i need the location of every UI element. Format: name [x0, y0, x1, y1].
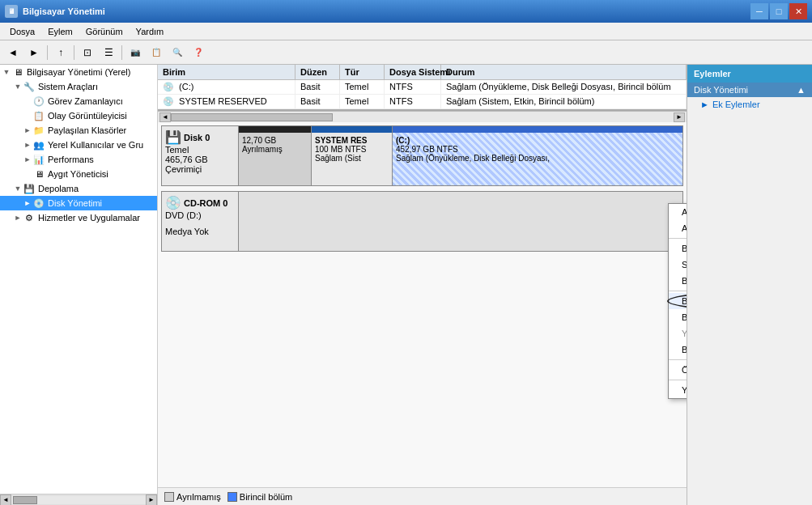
- th-tur[interactable]: Tür: [340, 65, 385, 79]
- up-button[interactable]: ↑: [51, 44, 70, 62]
- hscroll-thumb[interactable]: [171, 113, 333, 121]
- content-area: Birim Düzen Tür Dosya Sistemi Durum 💿 (C…: [158, 65, 687, 505]
- sidebar-hscroll[interactable]: ◄ ►: [0, 494, 157, 505]
- ctx-yardim[interactable]: Yardım: [669, 382, 687, 398]
- sidebar: ▼ 🖥 Bilgisayar Yönetimi (Yerel) ▼ 🔧 Sist…: [0, 65, 158, 494]
- scroll-thumb[interactable]: [13, 496, 37, 504]
- ctx-etkin[interactable]: Bölümü Etkin Olarak İşaretle: [669, 240, 687, 257]
- td-durum-c: Sağlam (Önyükleme, Disk Belleği Dosyası,…: [441, 80, 687, 94]
- legend-birincil: Birincil bölüm: [227, 492, 292, 502]
- menu-eylem[interactable]: Eylem: [41, 25, 79, 38]
- show-hide-button[interactable]: ⊡: [78, 44, 97, 62]
- sidebar-item-root[interactable]: ▼ 🖥 Bilgisayar Yönetimi (Yerel): [0, 65, 157, 79]
- td-durum-sys: Sağlam (Sistem, Etkin, Birincil bölüm): [441, 95, 687, 108]
- sidebar-label-aygit: Aygıt Yöneticisi: [48, 169, 108, 179]
- sidebar-label-olay: Olay Görüntüleyicisi: [48, 111, 127, 121]
- snap-button[interactable]: 📷: [125, 44, 145, 62]
- expand-icon: ▼: [13, 82, 23, 91]
- cdrom-0-block: 💿 CD-ROM 0 DVD (D:) Medya Yok: [161, 191, 683, 252]
- toolbar-sep-2: [74, 45, 74, 60]
- toolbar: ◄ ► ↑ ⊡ ☰ 📷 📋 🔍 ❓: [0, 40, 812, 65]
- sidebar-item-hizmet[interactable]: ► ⚙ Hizmetler ve Uygulamalar: [0, 210, 157, 225]
- th-birim[interactable]: Birim: [158, 65, 295, 79]
- eylem-ek[interactable]: ► Ek Eylemler: [687, 97, 812, 112]
- window-title: Bilgisayar Yönetimi: [23, 6, 105, 16]
- cdrive-label: (C:): [396, 136, 679, 145]
- ctx-ozellikler[interactable]: Özellikler: [669, 362, 687, 378]
- hscroll-left[interactable]: ◄: [159, 112, 171, 122]
- forward-button[interactable]: ►: [24, 44, 44, 62]
- sidebar-item-yerel[interactable]: ► 👥 Yerel Kullanıcılar ve Gru: [0, 138, 157, 152]
- ctx-kucult[interactable]: Birimi Küçült...: [669, 309, 687, 325]
- disk-0-status: Çevrimiçi: [165, 164, 235, 174]
- chart-icon: 📊: [32, 154, 45, 165]
- sidebar-item-paylasilan[interactable]: ► 📁 Paylaşılan Klasörler: [0, 123, 157, 138]
- cdrive-status: Sağlam (Önyükleme, Disk Belleği Dosyası,: [396, 154, 679, 163]
- menu-gorunum[interactable]: Görünüm: [79, 25, 130, 38]
- partition-unallocated[interactable]: 12,70 GB Ayrılmamış: [239, 126, 312, 185]
- unalloc-header: [239, 126, 311, 133]
- minimize-button[interactable]: ─: [750, 3, 768, 19]
- menu-dosya[interactable]: Dosya: [3, 25, 41, 38]
- expand-icon-leaf: ▼: [23, 96, 32, 106]
- view-button[interactable]: ☰: [99, 44, 118, 62]
- toolbar-sep-1: [47, 45, 48, 60]
- ctx-ac[interactable]: Aç: [669, 204, 687, 220]
- sidebar-item-performans[interactable]: ► 📊 Performans: [0, 152, 157, 167]
- sidebar-item-gorev[interactable]: ▼ 🕐 Görev Zamanlayıcı: [0, 94, 157, 108]
- close-button[interactable]: ✕: [789, 3, 807, 19]
- ctx-arastir[interactable]: Araştır: [669, 220, 687, 236]
- sidebar-label-hizmet: Hizmetler ve Uygulamalar: [38, 213, 140, 223]
- maximize-button[interactable]: □: [770, 3, 788, 19]
- sidebar-item-aygit[interactable]: ▼ 🖥 Aygıt Yöneticisi: [0, 167, 157, 181]
- legend-box-birincil: [227, 492, 237, 502]
- settings-button[interactable]: 🔍: [168, 44, 187, 62]
- ctx-genislet-label: Birimi Genişlet...: [682, 296, 687, 306]
- right-panel: Eylemler Disk Yönetimi ▲ ► Ek Eylemler: [687, 65, 812, 505]
- cdrom-0-label: 💿 CD-ROM 0 DVD (D:) Medya Yok: [162, 192, 239, 251]
- eylem-section-disk[interactable]: Disk Yönetimi ▲: [687, 83, 812, 97]
- ctx-sep-1: [669, 238, 687, 239]
- ctx-genislet[interactable]: Birimi Genişlet...: [669, 293, 687, 309]
- sidebar-label-depolama: Depolama: [38, 184, 79, 193]
- ctx-sil[interactable]: Birim Sil...: [669, 342, 687, 358]
- table-row[interactable]: 💿 (C:) Basit Temel NTFS Sağlam (Önyüklem…: [158, 80, 687, 95]
- expand-icon-leaf3: ►: [23, 125, 32, 135]
- context-menu: Aç Araştır Bölümü Etkin Olarak İşaretle …: [668, 203, 687, 399]
- scroll-left-arrow[interactable]: ◄: [0, 494, 11, 506]
- th-durum[interactable]: Durum: [441, 65, 687, 79]
- table-hscroll[interactable]: ◄ ►: [158, 111, 687, 122]
- computer-icon: 🖥: [11, 66, 24, 78]
- hscroll-right[interactable]: ►: [674, 112, 685, 122]
- table-row[interactable]: 💿 SYSTEM RESERVED Basit Temel NTFS Sağla…: [158, 95, 687, 109]
- window-controls: ─ □ ✕: [750, 3, 807, 19]
- help-button[interactable]: ❓: [189, 44, 208, 62]
- disk-0-icon: 💾: [165, 129, 181, 145]
- disk-0-size: 465,76 GB: [165, 155, 235, 164]
- partition-c-drive[interactable]: (C:) 452,97 GB NTFS Sağlam (Önyükleme, D…: [393, 126, 682, 185]
- partition-system-reserved[interactable]: SYSTEM RES 100 MB NTFS Sağlam (Sist: [312, 126, 393, 185]
- sidebar-item-olay[interactable]: ▼ 📋 Olay Görüntüleyicisi: [0, 108, 157, 123]
- ctx-bicimlendir[interactable]: Biçimlendir...: [669, 273, 687, 289]
- ctx-surucu[interactable]: Sürücü Harfi ve Yolu Değiştir...: [669, 257, 687, 273]
- sidebar-item-disk[interactable]: ► 💿 Disk Yönetimi: [0, 196, 157, 210]
- th-dosya[interactable]: Dosya Sistemi: [385, 65, 441, 79]
- td-duzen-sys: Basit: [295, 95, 340, 108]
- ctx-yansitma: Yansıtma Ekle...: [669, 325, 687, 342]
- td-duzen-c: Basit: [295, 80, 340, 94]
- toolbar-sep-3: [121, 45, 122, 60]
- sidebar-item-sistem[interactable]: ▼ 🔧 Sistem Araçları: [0, 79, 157, 94]
- table-header: Birim Düzen Tür Dosya Sistemi Durum: [158, 65, 687, 80]
- expand-icon-leaf4: ►: [23, 140, 32, 150]
- th-duzen[interactable]: Düzen: [295, 65, 340, 79]
- sidebar-item-depolama[interactable]: ▼ 💾 Depolama: [0, 181, 157, 196]
- cdrom-icon: 💿: [165, 195, 181, 210]
- back-button[interactable]: ◄: [3, 44, 23, 62]
- main-container: ▼ 🖥 Bilgisayar Yönetimi (Yerel) ▼ 🔧 Sist…: [0, 65, 812, 505]
- title-bar: 🖥 Bilgisayar Yönetimi ─ □ ✕: [0, 0, 812, 23]
- eylem-expand-icon: ▲: [797, 85, 806, 95]
- log-button[interactable]: 📋: [147, 44, 166, 62]
- expand-icon-leaf6: ▼: [23, 169, 32, 179]
- scroll-right-arrow[interactable]: ►: [146, 494, 157, 506]
- menu-yardim[interactable]: Yardım: [130, 25, 171, 38]
